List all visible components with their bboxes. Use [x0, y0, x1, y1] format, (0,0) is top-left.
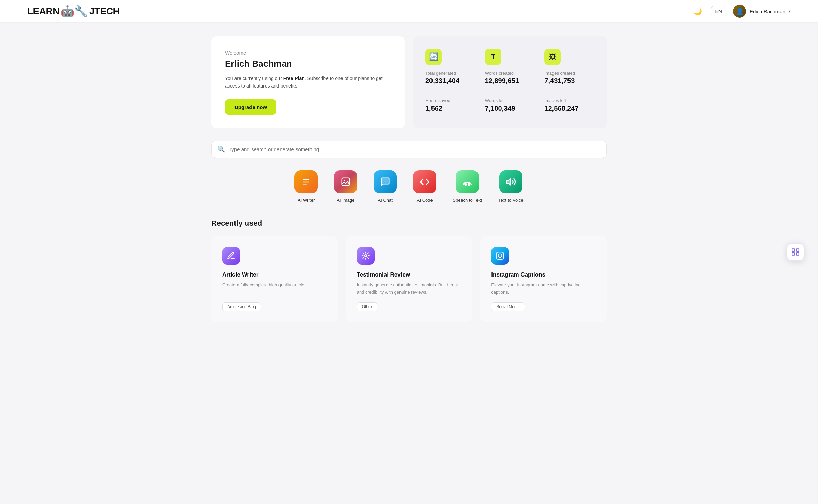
sidebar-toggle-button[interactable]: [787, 243, 804, 261]
stat-hours-saved: Hours saved 1,562: [425, 98, 475, 116]
user-menu[interactable]: 👤 Erlich Bachman ▾: [733, 5, 791, 18]
svg-rect-4: [303, 179, 309, 180]
ai-code-label: AI Code: [417, 198, 433, 203]
instagram-icon: [491, 247, 509, 265]
stat-images-left-value: 12,568,247: [544, 105, 594, 112]
ai-image-label: AI Image: [337, 198, 354, 203]
speech-to-text-icon: [456, 170, 479, 193]
ai-writer-label: AI Writer: [298, 198, 315, 203]
svg-rect-6: [303, 184, 307, 185]
upgrade-button[interactable]: Upgrade now: [225, 99, 276, 115]
svg-rect-3: [796, 253, 799, 255]
welcome-username: Erlich Bachman: [225, 59, 391, 69]
stats-card: 🔄 Total generated 20,331,404 T Words cre…: [413, 36, 607, 128]
svg-rect-5: [303, 182, 309, 183]
ai-chat-label: AI Chat: [378, 198, 393, 203]
article-writer-tag: Article and Blog: [222, 302, 261, 311]
testimonial-description: Instantly generate authentic testimonial…: [357, 282, 461, 296]
stat-total-generated-label: Total generated: [425, 70, 475, 76]
stat-words-left-label: Words left: [485, 98, 535, 103]
stat-images-left: Images left 12,568,247: [544, 98, 594, 116]
testimonial-icon: [357, 247, 375, 265]
language-selector[interactable]: EN: [711, 6, 726, 16]
stat-words-created: T Words created 12,899,651: [485, 49, 535, 89]
article-writer-description: Create a fully complete high quality art…: [222, 282, 327, 296]
tool-speech-to-text[interactable]: Speech to Text: [453, 170, 482, 203]
stat-words-created-label: Words created: [485, 70, 535, 76]
stat-words-left-value: 7,100,349: [485, 105, 535, 112]
main-content: Welcome Erlich Bachman You are currently…: [204, 23, 614, 336]
ai-code-icon: [413, 170, 436, 193]
svg-point-15: [502, 253, 502, 254]
logo-robot-icon: 🤖🔧: [61, 5, 88, 18]
instagram-title: Instagram Captions: [491, 271, 596, 278]
user-name: Erlich Bachman: [749, 9, 785, 14]
feature-card-testimonial[interactable]: Testimonial Review Instantly generate au…: [346, 236, 472, 322]
feature-cards-row: Article Writer Create a fully complete h…: [211, 236, 607, 322]
search-input[interactable]: [211, 141, 607, 158]
welcome-description: You are currently using our Free Plan. S…: [225, 75, 391, 90]
logo-jtech: JTECH: [89, 6, 120, 17]
image-icon: 🖼: [544, 49, 561, 65]
tool-ai-code[interactable]: AI Code: [413, 170, 436, 203]
feature-card-instagram[interactable]: Instagram Captions Elevate your Instagra…: [480, 236, 607, 322]
testimonial-title: Testimonial Review: [357, 271, 461, 278]
tool-ai-chat[interactable]: AI Chat: [374, 170, 397, 203]
svg-rect-1: [796, 249, 799, 251]
stat-words-created-value: 12,899,651: [485, 77, 535, 85]
welcome-card: Welcome Erlich Bachman You are currently…: [211, 36, 405, 128]
svg-point-14: [498, 254, 502, 257]
dark-mode-toggle[interactable]: 🌙: [692, 5, 704, 17]
refresh-icon: 🔄: [425, 49, 442, 65]
ai-image-icon: [334, 170, 357, 193]
svg-point-10: [468, 184, 470, 185]
stat-images-created-label: Images created: [544, 70, 594, 76]
stat-total-generated: 🔄 Total generated 20,331,404: [425, 49, 475, 89]
feature-card-article-writer[interactable]: Article Writer Create a fully complete h…: [211, 236, 338, 322]
top-row: Welcome Erlich Bachman You are currently…: [211, 36, 607, 128]
stat-hours-saved-value: 1,562: [425, 105, 475, 112]
tool-ai-image[interactable]: AI Image: [334, 170, 357, 203]
text-icon: T: [485, 49, 501, 65]
svg-rect-0: [792, 249, 795, 251]
stat-images-left-label: Images left: [544, 98, 594, 103]
svg-point-12: [364, 255, 367, 257]
welcome-label: Welcome: [225, 50, 391, 56]
instagram-tag: Social Media: [491, 302, 525, 311]
search-bar: 🔍: [211, 141, 607, 158]
ai-chat-icon: [374, 170, 397, 193]
stat-hours-saved-label: Hours saved: [425, 98, 475, 103]
stat-images-created: 🖼 Images created 7,431,753: [544, 49, 594, 89]
recently-used-title: Recently used: [211, 219, 607, 228]
tool-ai-writer[interactable]: AI Writer: [294, 170, 318, 203]
text-to-voice-icon: [499, 170, 522, 193]
article-writer-icon: [222, 247, 240, 265]
stat-words-left: Words left 7,100,349: [485, 98, 535, 116]
testimonial-tag: Other: [357, 302, 377, 311]
header-controls: 🌙 EN 👤 Erlich Bachman ▾: [692, 5, 791, 18]
svg-rect-13: [496, 252, 504, 259]
svg-point-8: [344, 180, 345, 181]
svg-marker-11: [506, 179, 510, 185]
search-icon: 🔍: [217, 145, 225, 153]
recently-used-section: Recently used Article Writer Create a fu…: [211, 219, 607, 322]
instagram-description: Elevate your Instagram game with captiva…: [491, 282, 596, 296]
stat-total-generated-value: 20,331,404: [425, 77, 475, 85]
header: LEARN 🤖🔧 JTECH 🌙 EN 👤 Erlich Bachman ▾: [0, 0, 818, 23]
tools-row: AI Writer AI Image AI Chat AI Code Speec: [211, 170, 607, 203]
ai-writer-icon: [294, 170, 318, 193]
text-to-voice-label: Text to Voice: [498, 198, 524, 203]
article-writer-title: Article Writer: [222, 271, 327, 278]
speech-to-text-label: Speech to Text: [453, 198, 482, 203]
svg-rect-7: [342, 178, 350, 186]
stat-images-created-value: 7,431,753: [544, 77, 594, 85]
svg-point-9: [465, 184, 467, 185]
logo: LEARN 🤖🔧 JTECH: [27, 5, 120, 18]
chevron-down-icon: ▾: [789, 9, 791, 14]
tool-text-to-voice[interactable]: Text to Voice: [498, 170, 524, 203]
svg-rect-2: [792, 253, 795, 255]
plan-name: Free Plan: [283, 76, 305, 81]
logo-learn: LEARN: [27, 6, 59, 17]
avatar: 👤: [733, 5, 746, 18]
